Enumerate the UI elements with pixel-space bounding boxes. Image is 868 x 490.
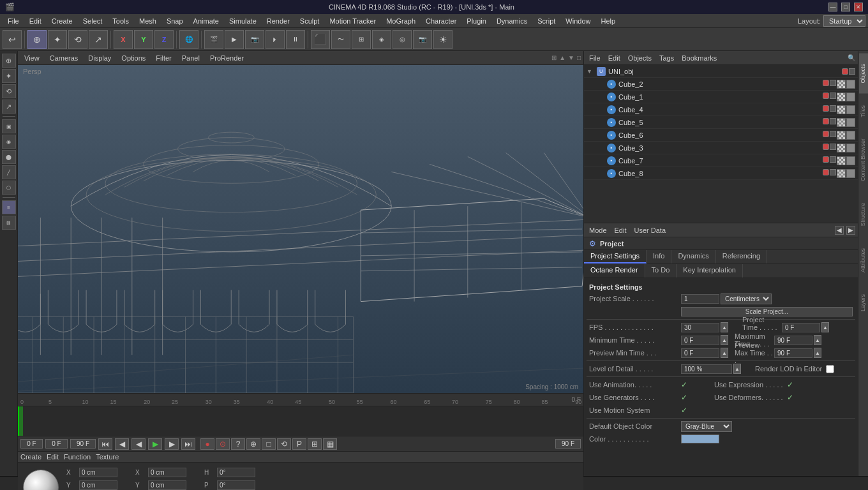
menu-motion-tracker[interactable]: Motion Tracker [324, 16, 381, 26]
axis-y-btn[interactable]: Y [134, 30, 153, 49]
obj-mat2-cube6[interactable] [846, 131, 855, 140]
obj-render-cube1[interactable] [830, 93, 836, 99]
timeline-content[interactable] [18, 406, 583, 436]
vt-filter[interactable]: Filter [152, 54, 175, 63]
menu-mesh[interactable]: Mesh [134, 16, 161, 26]
vt-view[interactable]: View [20, 54, 43, 63]
obj-mat2-cube7[interactable] [846, 156, 855, 165]
menu-render[interactable]: Render [262, 16, 295, 26]
stop-btn[interactable]: ⏸ [286, 30, 305, 49]
menu-character[interactable]: Character [421, 16, 461, 26]
coord-h-input[interactable] [217, 468, 255, 477]
attr-input-fps[interactable] [681, 323, 719, 332]
vt-cameras[interactable]: Cameras [46, 54, 82, 63]
obj-render-cube2[interactable] [830, 80, 836, 86]
obj-render-cube7[interactable] [830, 156, 836, 163]
play-btn[interactable]: ▶ [148, 438, 162, 450]
vt-display[interactable]: Display [84, 54, 115, 63]
obj-row-cube7[interactable]: ▪ Cube_7 [584, 154, 858, 167]
attr-subtab-key-interp[interactable]: Key Interpolation [677, 264, 743, 278]
lt-edges[interactable]: ╱ [2, 165, 16, 179]
attr-input-lod[interactable] [681, 364, 732, 374]
mat-create[interactable]: Create [20, 453, 41, 461]
attr-edit[interactable]: Edit [612, 225, 629, 235]
obj-tb-bookmarks[interactable]: Bookmarks [679, 53, 719, 63]
menu-snap[interactable]: Snap [161, 16, 188, 26]
obj-row-cube1[interactable]: ▪ Cube_1 [584, 91, 858, 103]
mat-edit[interactable]: Edit [47, 453, 59, 461]
prev-max-spinner[interactable]: ▲ [814, 348, 821, 358]
obj-mat-cube5[interactable] [837, 118, 846, 127]
menu-help[interactable]: Help [595, 16, 620, 26]
extra-btn-2[interactable]: □ [262, 438, 276, 450]
obj-render-cube6[interactable] [830, 131, 836, 137]
viewport[interactable]: Persp [18, 65, 583, 393]
coord-x-input[interactable] [79, 468, 117, 477]
scale-project-btn[interactable]: Scale Project... [681, 307, 853, 316]
obj-row-cube6[interactable]: ▪ Cube_6 [584, 129, 858, 142]
menu-animate[interactable]: Animate [188, 16, 224, 26]
obj-mat-cube8[interactable] [837, 169, 846, 178]
extra-btn-6[interactable]: ▦ [323, 438, 337, 450]
cube-btn[interactable]: ⬛ [311, 30, 330, 49]
axis-z-btn[interactable]: Z [154, 30, 174, 49]
side-tab-structure[interactable]: Structure [859, 193, 868, 237]
coord-x2-input[interactable] [148, 468, 186, 477]
attr-select-unit[interactable]: Centimeters Meters Inches [721, 293, 772, 304]
lt-layers[interactable]: ≡ [2, 200, 16, 214]
extra-btn-4[interactable]: P [292, 438, 306, 450]
prev-min-spinner[interactable]: ▲ [721, 348, 728, 358]
maximize-btn[interactable]: □ [841, 3, 850, 11]
obj-row-cube5[interactable]: ▪ Cube_5 [584, 116, 858, 129]
auto-key-btn[interactable]: ⊙ [216, 438, 230, 450]
obj-render-cube8[interactable] [830, 169, 836, 175]
extra-btn-3[interactable]: ⟲ [277, 438, 291, 450]
obj-row-cube2[interactable]: ▪ Cube_2 [584, 78, 858, 91]
axis-x-btn[interactable]: X [114, 30, 133, 49]
obj-vis-cube6[interactable] [823, 131, 829, 137]
obj-vis-cube7[interactable] [823, 156, 829, 163]
material-preview-ball[interactable] [23, 470, 59, 491]
attr-subtab-octane[interactable]: Octane Render [584, 264, 645, 278]
obj-vis-cube8[interactable] [823, 169, 829, 175]
vt-icon-4[interactable]: □ [577, 54, 581, 61]
vt-icon-2[interactable]: ▲ [559, 54, 565, 61]
obj-render-cube4[interactable] [830, 105, 836, 112]
lt-snap[interactable]: ⊠ [2, 216, 16, 230]
attr-mode[interactable]: Mode [587, 225, 610, 235]
attr-tab-referencing[interactable]: Referencing [716, 250, 767, 264]
world-coord-btn[interactable]: 🌐 [179, 30, 198, 49]
project-time-spinner[interactable]: ▲ [821, 322, 829, 332]
obj-row-cube8[interactable]: ▪ Cube_8 [584, 167, 858, 180]
lod-spinner[interactable]: ▲ [733, 364, 741, 374]
obj-render-cube5[interactable] [830, 118, 836, 124]
attr-next-btn[interactable]: ▶ [846, 226, 855, 235]
coord-y2-input[interactable] [148, 480, 186, 490]
obj-vis-uni[interactable] [842, 68, 848, 75]
undo-btn[interactable]: ↩ [3, 30, 22, 49]
obj-mat-cube1[interactable] [837, 93, 846, 101]
help-btn[interactable]: ? [231, 438, 245, 450]
menu-edit[interactable]: Edit [24, 16, 47, 26]
attr-input-project-time[interactable] [782, 323, 820, 332]
obj-row-cube4[interactable]: ▪ Cube_4 [584, 103, 858, 116]
attr-check-render-lod[interactable] [826, 365, 834, 373]
lt-scale[interactable]: ⟲ [2, 84, 16, 98]
menu-plugin[interactable]: Plugin [461, 16, 491, 26]
obj-mat-cube4[interactable] [837, 105, 846, 114]
lt-points[interactable]: ⬤ [2, 150, 16, 164]
menu-window[interactable]: Window [560, 16, 595, 26]
next-key-btn[interactable]: ▶ [165, 438, 179, 450]
menu-mograph[interactable]: MoGraph [381, 16, 421, 26]
attr-color-swatch[interactable] [681, 434, 719, 443]
attr-subtab-todo[interactable]: To Do [645, 264, 677, 278]
vt-options[interactable]: Options [117, 54, 149, 63]
obj-search[interactable]: 🔍 [848, 54, 855, 61]
extra-btn-5[interactable]: ⊞ [308, 438, 322, 450]
obj-row-cube3[interactable]: ▪ Cube_3 [584, 142, 858, 154]
menu-file[interactable]: File [3, 16, 24, 26]
camera-btn[interactable]: 📷 [413, 30, 432, 49]
render-pic-btn[interactable]: 📷 [245, 30, 264, 49]
side-tab-objects[interactable]: Objects [859, 54, 868, 94]
attr-tab-info[interactable]: Info [647, 250, 671, 264]
